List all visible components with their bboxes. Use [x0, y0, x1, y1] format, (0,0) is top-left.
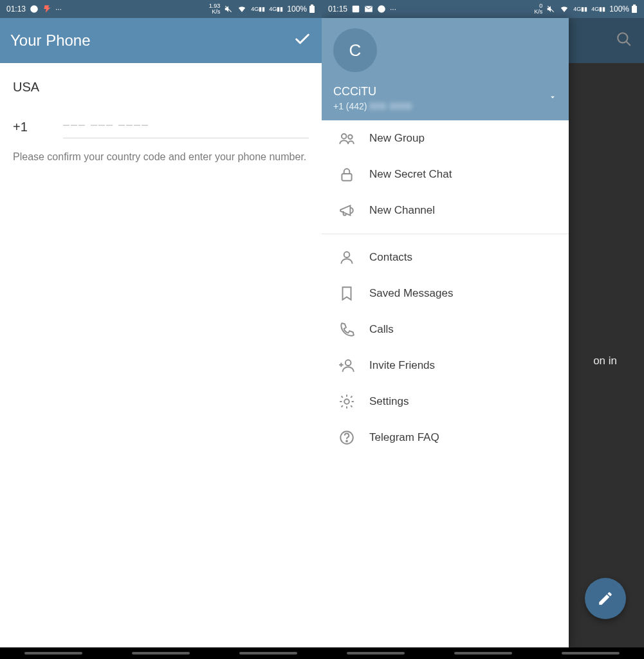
- menu-item-invite-friends[interactable]: Invite Friends: [322, 348, 569, 384]
- status-bar: 01:15 ··· 0 K/s 4G▮▮ 4G▮▮ 100%: [322, 0, 644, 18]
- lock-icon: [333, 166, 360, 183]
- confirm-button[interactable]: [293, 30, 311, 51]
- menu-item-label: New Group: [369, 132, 425, 145]
- menu-item-label: Contacts: [369, 251, 412, 264]
- drawer-header[interactable]: C CCCiTU +1 (442) 000 0000: [322, 18, 569, 120]
- svg-point-15: [345, 360, 351, 366]
- megaphone-icon: [333, 202, 360, 219]
- svg-rect-7: [632, 6, 637, 13]
- signal-icon: 4G▮▮: [269, 6, 283, 12]
- screen-your-phone: 01:13 ··· 1.93 K/s 4G▮▮ 4G▮▮ 100% Your P…: [0, 0, 322, 659]
- screen-drawer: 01:15 ··· 0 K/s 4G▮▮ 4G▮▮ 100%: [322, 0, 644, 659]
- recent-apps-button[interactable]: [24, 652, 82, 654]
- mute-icon: [546, 5, 555, 14]
- system-nav[interactable]: [0, 647, 322, 659]
- menu-item-label: Telegram FAQ: [369, 431, 439, 444]
- svg-point-11: [342, 134, 347, 139]
- signal-icon: 4G▮▮: [573, 6, 587, 12]
- svg-point-14: [344, 252, 350, 257]
- help-icon: [333, 429, 360, 446]
- svg-point-18: [344, 399, 349, 404]
- menu-item-settings[interactable]: Settings: [322, 384, 569, 420]
- form-hint: Please confirm your country code and ent…: [13, 150, 309, 164]
- country-code-field[interactable]: [13, 113, 54, 138]
- wifi-icon: [559, 5, 569, 14]
- status-bar: 01:13 ··· 1.93 K/s 4G▮▮ 4G▮▮ 100%: [0, 0, 322, 18]
- status-speed: 1.93 K/s: [209, 3, 221, 15]
- status-icon: [30, 5, 39, 14]
- country-field[interactable]: [13, 73, 309, 100]
- image-icon: [351, 5, 360, 14]
- svg-rect-2: [309, 6, 315, 13]
- wifi-icon: [237, 5, 247, 14]
- svg-rect-8: [633, 5, 636, 6]
- status-icon: [42, 5, 51, 14]
- avatar-initial: C: [349, 41, 362, 60]
- menu-item-contacts[interactable]: Contacts: [322, 239, 569, 275]
- phone-icon: [333, 321, 360, 338]
- phone-form: ––– ––– –––– Please confirm your country…: [0, 63, 322, 174]
- recent-apps-button[interactable]: [347, 652, 405, 654]
- check-icon: [293, 30, 311, 48]
- svg-rect-13: [342, 174, 351, 181]
- menu-item-calls[interactable]: Calls: [322, 311, 569, 348]
- home-button[interactable]: [132, 652, 190, 654]
- svg-rect-3: [311, 5, 313, 6]
- signal-icon: 4G▮▮: [251, 6, 265, 12]
- menu-item-label: Invite Friends: [369, 359, 435, 372]
- svg-point-12: [348, 135, 353, 140]
- chat-icon: [377, 5, 386, 14]
- status-time: 01:15: [328, 5, 347, 14]
- svg-point-5: [378, 5, 385, 13]
- menu-item-new-secret-chat[interactable]: New Secret Chat: [322, 156, 569, 192]
- status-time: 01:13: [6, 5, 26, 14]
- status-speed: 0 K/s: [534, 3, 542, 15]
- signal-icon: 4G▮▮: [591, 6, 605, 12]
- avatar[interactable]: C: [333, 28, 377, 72]
- page-title: Your Phone: [10, 32, 91, 50]
- phone-number-field[interactable]: ––– ––– ––––: [63, 111, 309, 138]
- account-phone: +1 (442) 000 0000: [333, 101, 412, 111]
- back-button[interactable]: [239, 652, 297, 654]
- svg-rect-4: [353, 6, 360, 13]
- person-icon: [333, 249, 360, 266]
- menu-item-new-group[interactable]: New Group: [322, 120, 569, 156]
- system-nav[interactable]: [322, 647, 644, 659]
- menu-separator: [322, 234, 569, 234]
- app-bar: Your Phone: [0, 18, 322, 63]
- chevron-down-icon: [548, 93, 557, 102]
- group-icon: [333, 130, 360, 147]
- menu-item-new-channel[interactable]: New Channel: [322, 192, 569, 228]
- menu-item-label: Saved Messages: [369, 287, 453, 300]
- menu-item-label: Calls: [369, 323, 394, 336]
- home-button[interactable]: [454, 652, 512, 654]
- battery-icon: [309, 5, 315, 14]
- menu-item-label: New Secret Chat: [369, 168, 452, 181]
- battery-text: 100%: [609, 5, 629, 14]
- account-switcher[interactable]: [548, 93, 557, 104]
- account-name: CCCiTU: [333, 85, 412, 98]
- bookmark-icon: [333, 285, 360, 302]
- phone-placeholder: ––– ––– ––––: [63, 118, 149, 131]
- menu-item-label: Settings: [369, 395, 409, 408]
- battery-icon: [631, 5, 638, 14]
- menu-item-label: New Channel: [369, 204, 435, 217]
- drawer-menu: New Group New Secret Chat New Channel Co…: [322, 120, 569, 647]
- svg-point-20: [346, 441, 347, 442]
- addperson-icon: [333, 357, 360, 374]
- mail-icon: [364, 5, 373, 14]
- battery-text: 100%: [287, 5, 307, 14]
- compose-fab[interactable]: [585, 578, 626, 619]
- gear-icon: [333, 393, 360, 410]
- back-button[interactable]: [562, 652, 620, 654]
- menu-item-telegram-faq[interactable]: Telegram FAQ: [322, 420, 569, 456]
- pencil-icon: [597, 590, 614, 607]
- svg-point-0: [30, 5, 38, 13]
- mute-icon: [224, 5, 233, 14]
- status-more: ···: [390, 5, 396, 14]
- navigation-drawer: C CCCiTU +1 (442) 000 0000: [322, 18, 569, 647]
- status-more: ···: [55, 5, 62, 14]
- menu-item-saved-messages[interactable]: Saved Messages: [322, 275, 569, 311]
